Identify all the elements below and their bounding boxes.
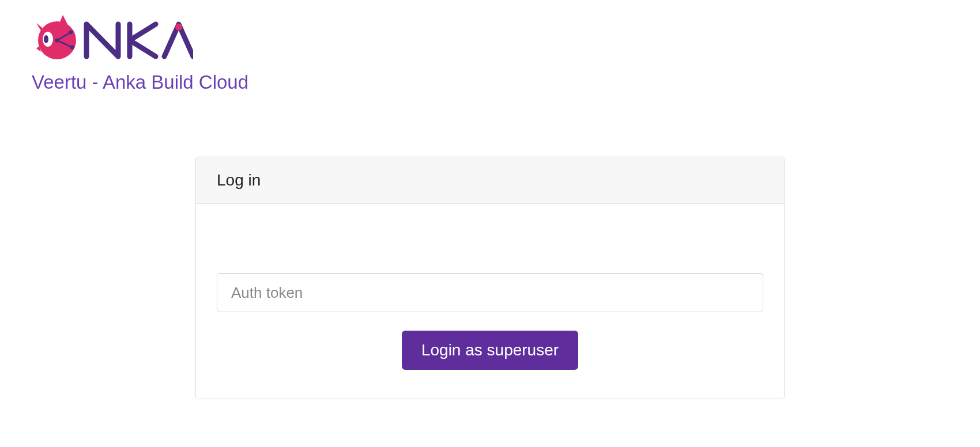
svg-point-8 bbox=[175, 24, 182, 31]
login-card-body: Login as superuser bbox=[196, 204, 784, 399]
svg-point-2 bbox=[44, 35, 48, 43]
login-card: Log in Login as superuser bbox=[195, 157, 785, 399]
login-card-header: Log in bbox=[196, 157, 784, 204]
brand-title: Veertu - Anka Build Cloud bbox=[32, 71, 948, 93]
login-superuser-button[interactable]: Login as superuser bbox=[402, 331, 578, 370]
login-card-title: Log in bbox=[217, 171, 763, 190]
page-header: Veertu - Anka Build Cloud bbox=[0, 0, 980, 105]
anka-logo bbox=[32, 12, 193, 66]
auth-token-input[interactable] bbox=[217, 273, 763, 312]
